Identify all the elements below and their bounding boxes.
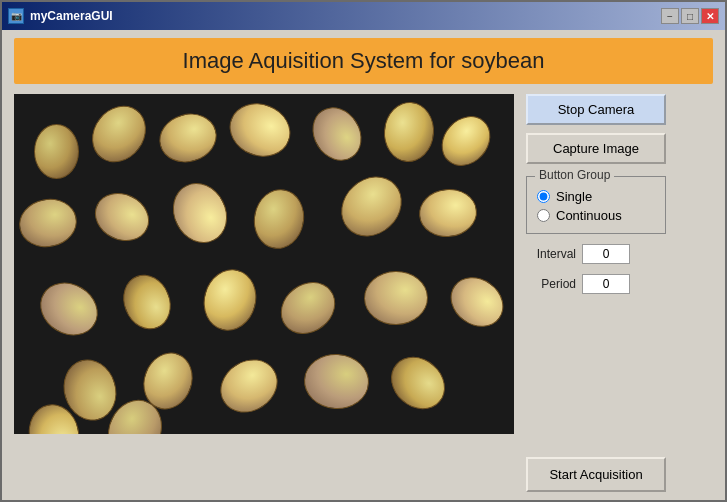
radio-single[interactable]	[537, 190, 550, 203]
bean-22	[302, 352, 371, 411]
window-controls: − □ ✕	[661, 8, 719, 24]
maximize-button[interactable]: □	[681, 8, 699, 24]
bean-10	[249, 185, 309, 253]
bean-13	[30, 272, 107, 346]
bean-17	[364, 270, 429, 325]
period-row: Period	[526, 274, 713, 294]
main-row: Stop Camera Capture Image Button Group S…	[14, 94, 713, 492]
interval-label: Interval	[526, 247, 576, 261]
app-icon: 📷	[8, 8, 24, 24]
bean-0	[34, 124, 79, 179]
radio-continuous[interactable]	[537, 209, 550, 222]
bean-4	[303, 98, 372, 170]
bean-1	[81, 95, 157, 173]
bean-14	[115, 267, 179, 336]
bean-6	[432, 106, 501, 176]
controls-panel: Stop Camera Capture Image Button Group S…	[526, 94, 713, 492]
radio-continuous-row[interactable]: Continuous	[537, 208, 655, 223]
title-bar: 📷 myCameraGUI − □ ✕	[2, 2, 725, 30]
stop-camera-button[interactable]: Stop Camera	[526, 94, 666, 125]
capture-image-button[interactable]: Capture Image	[526, 133, 666, 164]
bean-9	[163, 174, 237, 253]
bean-23	[380, 346, 455, 420]
bean-8	[87, 184, 157, 250]
bean-16	[270, 271, 345, 345]
bean-12	[417, 186, 480, 240]
camera-view	[14, 94, 514, 434]
radio-single-row[interactable]: Single	[537, 189, 655, 204]
header-banner: Image Aquisition System for soybean	[14, 38, 713, 84]
bean-11	[329, 164, 414, 249]
close-button[interactable]: ✕	[701, 8, 719, 24]
interval-row: Interval	[526, 244, 713, 264]
minimize-button[interactable]: −	[661, 8, 679, 24]
bean-21	[210, 349, 288, 424]
bean-5	[381, 100, 436, 164]
button-group-legend: Button Group	[535, 168, 614, 182]
period-input[interactable]	[582, 274, 630, 294]
bean-2	[154, 107, 223, 169]
interval-input[interactable]	[582, 244, 630, 264]
start-acquisition-button[interactable]: Start Acquisition	[526, 457, 666, 492]
bean-3	[222, 95, 299, 166]
bean-15	[197, 263, 263, 336]
title-bar-left: 📷 myCameraGUI	[8, 8, 113, 24]
bean-18	[441, 267, 513, 337]
radio-single-label: Single	[556, 189, 592, 204]
period-label: Period	[526, 277, 576, 291]
radio-continuous-label: Continuous	[556, 208, 622, 223]
main-window: 📷 myCameraGUI − □ ✕ Image Aquisition Sys…	[0, 0, 727, 502]
window-title: myCameraGUI	[30, 9, 113, 23]
content-area: Image Aquisition System for soybean Stop…	[2, 30, 725, 500]
button-group: Button Group Single Continuous	[526, 176, 666, 234]
bean-7	[15, 194, 81, 252]
